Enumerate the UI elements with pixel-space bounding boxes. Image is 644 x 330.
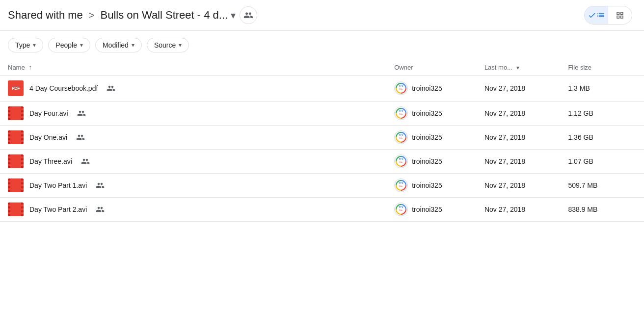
owner-avatar: TTV Edu bbox=[394, 203, 408, 216]
owner-avatar: TTV Edu bbox=[394, 106, 408, 120]
table-row[interactable]: PDF 4 Day Coursebook.pdf TTV Edu troinoi… bbox=[0, 76, 644, 102]
breadcrumb-separator: > bbox=[89, 10, 95, 21]
svg-text:Edu: Edu bbox=[400, 209, 403, 211]
svg-text:Edu: Edu bbox=[400, 113, 403, 115]
file-size: 838.9 MB bbox=[560, 198, 644, 222]
svg-text:TTV: TTV bbox=[399, 157, 403, 160]
table-row[interactable]: Day Two Part 1.avi TTV Edu troinoi325 No… bbox=[0, 174, 644, 198]
th-name[interactable]: Name ↑ bbox=[0, 59, 386, 76]
file-name: Day Four.avi bbox=[29, 109, 68, 117]
filter-people-chevron-icon: ▾ bbox=[80, 42, 83, 49]
grid-view-button[interactable] bbox=[608, 6, 632, 24]
owner-name: troinoi325 bbox=[412, 205, 442, 213]
file-name: Day Two Part 2.avi bbox=[29, 205, 87, 213]
list-view-button[interactable] bbox=[585, 6, 608, 24]
file-size: 1.12 GB bbox=[560, 102, 644, 126]
filter-modified-button[interactable]: Modified ▾ bbox=[95, 38, 142, 52]
file-table: Name ↑ Owner Last mo... ▾ File size PDF … bbox=[0, 59, 644, 222]
svg-text:Edu: Edu bbox=[400, 88, 403, 90]
th-modified[interactable]: Last mo... ▾ bbox=[477, 59, 561, 76]
svg-text:Edu: Edu bbox=[400, 161, 403, 163]
th-size-label: File size bbox=[568, 64, 591, 71]
video-file-icon bbox=[8, 130, 24, 144]
header-left: Shared with me > Bulls on Wall Street - … bbox=[8, 6, 257, 24]
table-row[interactable]: Day Three.avi TTV Edu troinoi325 Nov 27,… bbox=[0, 150, 644, 174]
filter-source-label: Source bbox=[154, 41, 176, 49]
svg-text:TTV: TTV bbox=[399, 84, 403, 87]
filter-type-label: Type bbox=[15, 41, 30, 49]
modified-date: Nov 27, 2018 bbox=[477, 126, 561, 150]
owner-name: troinoi325 bbox=[412, 157, 442, 165]
filter-type-button[interactable]: Type ▾ bbox=[8, 38, 43, 52]
svg-text:Edu: Edu bbox=[400, 137, 403, 139]
owner-name: troinoi325 bbox=[412, 109, 442, 117]
owner-avatar: TTV Edu bbox=[394, 178, 408, 192]
file-name: 4 Day Coursebook.pdf bbox=[29, 84, 98, 92]
owner-cell: TTV Edu troinoi325 bbox=[386, 76, 477, 102]
filter-source-chevron-icon: ▾ bbox=[179, 42, 182, 49]
breadcrumb-current: Bulls on Wall Street - 4 d... ▾ bbox=[101, 9, 236, 22]
filter-modified-label: Modified bbox=[103, 41, 129, 49]
table-row[interactable]: Day One.avi TTV Edu troinoi325 Nov 27, 2… bbox=[0, 126, 644, 150]
owner-cell: TTV Edu troinoi325 bbox=[386, 174, 477, 198]
shared-icon bbox=[81, 157, 90, 166]
table-row[interactable]: Day Four.avi TTV Edu troinoi325 Nov 27, … bbox=[0, 102, 644, 126]
file-name-cell: Day Three.avi bbox=[0, 150, 386, 174]
file-name: Day Two Part 1.avi bbox=[29, 181, 87, 189]
shared-icon bbox=[77, 109, 86, 118]
breadcrumb-shared[interactable]: Shared with me bbox=[8, 9, 83, 22]
svg-text:TTV: TTV bbox=[399, 133, 403, 136]
shared-icon bbox=[107, 84, 115, 93]
owner-cell: TTV Edu troinoi325 bbox=[386, 198, 477, 222]
video-file-icon bbox=[8, 178, 24, 192]
owner-cell: TTV Edu troinoi325 bbox=[386, 126, 477, 150]
filter-modified-chevron-icon: ▾ bbox=[132, 42, 134, 49]
svg-text:TTV: TTV bbox=[399, 109, 403, 112]
modified-date: Nov 27, 2018 bbox=[477, 76, 561, 102]
filter-people-label: People bbox=[55, 41, 77, 49]
shared-icon bbox=[96, 205, 105, 214]
video-file-icon bbox=[8, 106, 24, 120]
header: Shared with me > Bulls on Wall Street - … bbox=[0, 0, 644, 31]
modified-date: Nov 27, 2018 bbox=[477, 150, 561, 174]
owner-avatar: TTV Edu bbox=[394, 130, 408, 144]
sort-descending-icon: ▾ bbox=[516, 64, 519, 71]
svg-text:TTV: TTV bbox=[399, 205, 403, 208]
svg-text:TTV: TTV bbox=[399, 181, 403, 184]
owner-name: troinoi325 bbox=[412, 133, 442, 141]
view-toggle bbox=[584, 6, 632, 25]
pdf-file-icon: PDF bbox=[8, 80, 24, 96]
modified-date: Nov 27, 2018 bbox=[477, 198, 561, 222]
manage-people-button[interactable] bbox=[240, 6, 257, 24]
owner-avatar: TTV Edu bbox=[394, 81, 408, 95]
file-size: 1.3 MB bbox=[560, 76, 644, 102]
file-name-cell: PDF 4 Day Coursebook.pdf bbox=[0, 76, 386, 102]
filter-source-button[interactable]: Source ▾ bbox=[147, 38, 189, 52]
th-modified-label: Last mo... bbox=[484, 64, 512, 71]
th-size: File size bbox=[560, 59, 644, 76]
chevron-down-icon[interactable]: ▾ bbox=[231, 9, 236, 21]
owner-avatar: TTV Edu bbox=[394, 154, 408, 168]
filter-type-chevron-icon: ▾ bbox=[33, 42, 36, 49]
file-name: Day One.avi bbox=[29, 133, 67, 141]
file-name-cell: Day One.avi bbox=[0, 126, 386, 150]
shared-icon bbox=[76, 133, 85, 142]
file-size: 1.36 GB bbox=[560, 126, 644, 150]
file-size: 1.07 GB bbox=[560, 150, 644, 174]
th-owner-label: Owner bbox=[394, 64, 413, 71]
th-name-label: Name bbox=[8, 64, 25, 71]
sort-ascending-icon: ↑ bbox=[28, 63, 32, 71]
filter-people-button[interactable]: People ▾ bbox=[48, 38, 90, 52]
svg-text:Edu: Edu bbox=[400, 185, 403, 187]
current-folder-label: Bulls on Wall Street - 4 d... bbox=[101, 9, 228, 22]
video-file-icon bbox=[8, 203, 24, 216]
table-header: Name ↑ Owner Last mo... ▾ File size bbox=[0, 59, 644, 76]
modified-date: Nov 27, 2018 bbox=[477, 102, 561, 126]
file-name-cell: Day Two Part 1.avi bbox=[0, 174, 386, 198]
table-row[interactable]: Day Two Part 2.avi TTV Edu troinoi325 No… bbox=[0, 198, 644, 222]
th-owner: Owner bbox=[386, 59, 477, 76]
file-name: Day Three.avi bbox=[29, 157, 72, 165]
file-size: 509.7 MB bbox=[560, 174, 644, 198]
file-name-cell: Day Two Part 2.avi bbox=[0, 198, 386, 222]
video-file-icon bbox=[8, 154, 24, 168]
